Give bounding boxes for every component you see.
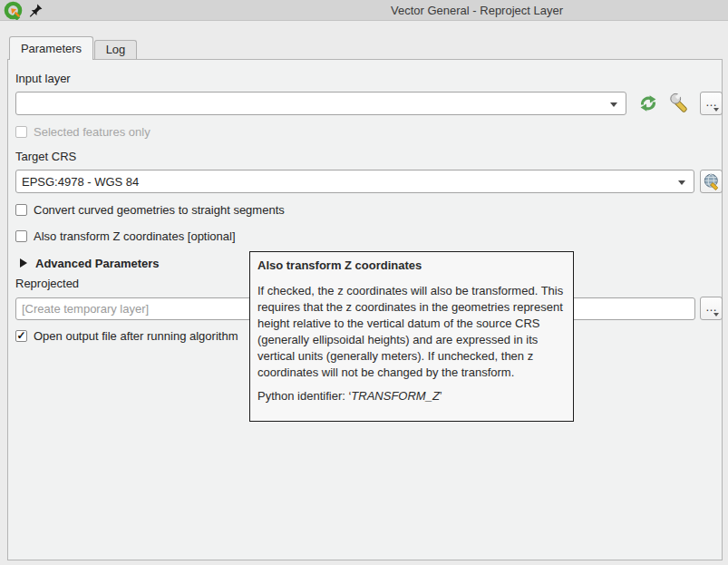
- input-layer-label: Input layer: [15, 72, 71, 85]
- tab-parameters[interactable]: Parameters: [9, 36, 93, 60]
- check-icon: ✓: [16, 329, 25, 342]
- convert-curved-checkbox[interactable]: [15, 204, 27, 216]
- menu-corner-icon: [713, 313, 719, 317]
- selected-features-checkbox[interactable]: [15, 126, 27, 138]
- open-output-checkbox[interactable]: ✓: [15, 330, 27, 342]
- window-titlebar: Vector General - Reproject Layer: [0, 0, 728, 21]
- python-identifier-value: TRANSFORM_Z: [351, 389, 440, 403]
- menu-corner-icon: [713, 108, 719, 112]
- input-layer-combobox[interactable]: [15, 92, 626, 115]
- reprojected-label: Reprojected: [15, 277, 79, 290]
- transform-z-checkbox[interactable]: [15, 230, 27, 242]
- advanced-options-wrench-icon[interactable]: [668, 92, 692, 115]
- selected-features-label: Selected features only: [34, 125, 150, 139]
- expander-triangle-icon[interactable]: [20, 258, 27, 268]
- transform-z-label[interactable]: Also transform Z coordinates [optional]: [34, 229, 236, 243]
- tab-log[interactable]: Log: [94, 40, 137, 59]
- iterate-over-layer-icon[interactable]: [638, 93, 658, 113]
- transform-z-tooltip: Also transform Z coordinates If checked,…: [249, 251, 574, 422]
- tooltip-python-identifier: Python identifier: ‘TRANSFORM_Z’: [257, 388, 566, 404]
- ellipsis-label: …: [705, 300, 717, 314]
- parameters-pane: Input layer … Selected features only Tar…: [7, 59, 723, 560]
- reprojected-browse-button[interactable]: …: [700, 297, 723, 320]
- ellipsis-label: …: [705, 95, 717, 109]
- qgis-logo-icon: [4, 1, 23, 20]
- chevron-down-icon: [610, 102, 617, 107]
- target-crs-label: Target CRS: [15, 150, 76, 163]
- target-crs-value: EPSG:4978 - WGS 84: [22, 175, 139, 189]
- tooltip-body: If checked, the z coordinates will also …: [257, 283, 566, 381]
- tooltip-title: Also transform Z coordinates: [257, 258, 566, 274]
- advanced-parameters-expander[interactable]: Advanced Parameters: [35, 257, 160, 270]
- convert-curved-label[interactable]: Convert curved geometries to straight se…: [34, 203, 285, 217]
- target-crs-combobox[interactable]: EPSG:4978 - WGS 84: [15, 170, 694, 193]
- pin-icon[interactable]: [28, 3, 44, 18]
- window-title: Vector General - Reproject Layer: [391, 4, 563, 17]
- open-output-label[interactable]: Open output file after running algorithm: [34, 329, 238, 343]
- input-layer-browse-button[interactable]: …: [700, 92, 723, 115]
- select-crs-button[interactable]: [700, 170, 723, 193]
- chevron-down-icon: [678, 180, 685, 185]
